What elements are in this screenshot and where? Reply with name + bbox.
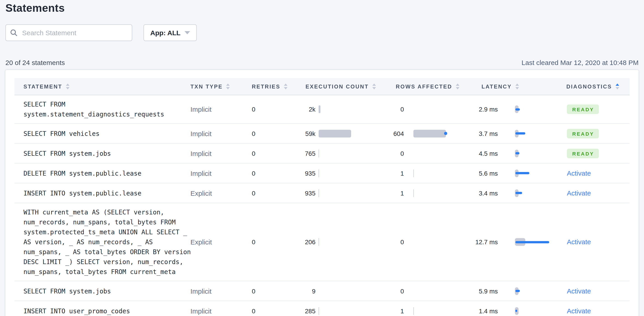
- latency-value: 12.7 ms: [457, 238, 498, 246]
- table-row: DELETE FROM system.public.lease Implicit…: [14, 164, 630, 183]
- execution-count-bar: [318, 130, 351, 137]
- statement-text[interactable]: WITH current_meta AS (SELECT version, nu…: [24, 207, 191, 277]
- activate-diagnostics-link[interactable]: Activate: [567, 238, 591, 246]
- table-row: SELECT FROM vehicles Implicit 0 59k 604 …: [14, 124, 630, 144]
- retries-value: 0: [252, 307, 256, 314]
- sort-arrows-icon: [284, 84, 288, 90]
- execution-count-value: 59k: [276, 130, 316, 137]
- table-row: WITH current_meta AS (SELECT version, nu…: [14, 203, 630, 281]
- page-title: Statements: [6, 2, 65, 14]
- rows-affected-value: 1: [362, 189, 404, 196]
- column-header-label: LATENCY: [482, 83, 512, 90]
- column-header-label: STATEMENT: [24, 83, 62, 90]
- latency-bar: [516, 152, 520, 154]
- execution-count-bar: [318, 169, 319, 177]
- retries-value: 0: [252, 150, 256, 157]
- sort-arrows-icon: [372, 84, 376, 90]
- diagnostics-cell: READY: [567, 104, 599, 114]
- rows-affected-value: 0: [362, 150, 404, 157]
- latency-bar: [516, 192, 522, 194]
- retries-value: 0: [252, 130, 256, 137]
- rows-affected-bar: [414, 169, 414, 177]
- table-row: SELECT FROM system.jobs Implicit 0 765 0…: [14, 144, 630, 164]
- search-input[interactable]: [21, 28, 127, 37]
- rows-affected-value: 0: [362, 106, 404, 113]
- chevron-down-icon: [184, 31, 190, 34]
- sort-arrows-icon: [226, 84, 230, 90]
- activate-diagnostics-link[interactable]: Activate: [567, 189, 591, 196]
- column-header-label: EXECUTION COUNT: [306, 83, 369, 90]
- column-header-label: DIAGNOSTICS: [566, 83, 612, 90]
- txn-type-value: Implicit: [190, 307, 212, 315]
- execution-count-value: 285: [276, 307, 316, 314]
- column-header-label: TXN TYPE: [190, 83, 223, 90]
- retries-value: 0: [252, 106, 256, 113]
- rows-affected-bar: [414, 307, 414, 315]
- diagnostics-cell: Activate: [567, 287, 591, 295]
- diagnostics-ready-badge: READY: [567, 148, 599, 158]
- latency-value: 3.7 ms: [457, 130, 498, 137]
- column-header-latency[interactable]: LATENCY: [482, 83, 519, 90]
- execution-count-value: 2k: [276, 106, 316, 113]
- execution-count-value: 9: [276, 287, 316, 294]
- app-filter-button[interactable]: App: ALL: [144, 24, 197, 41]
- column-header-label: ROWS AFFECTED: [396, 83, 452, 90]
- last-cleared-text: Last cleared Mar 12, 2020 at 10:48 PM: [522, 59, 638, 66]
- column-header-txn-type[interactable]: TXN TYPE: [190, 83, 230, 90]
- column-header-statement[interactable]: STATEMENT: [24, 83, 70, 90]
- execution-count-value: 935: [276, 189, 316, 196]
- statement-text[interactable]: DELETE FROM system.public.lease: [24, 168, 191, 178]
- diagnostics-cell: Activate: [567, 189, 591, 197]
- statement-text[interactable]: SELECT FROM system.statement_diagnostics…: [24, 99, 191, 119]
- txn-type-value: Implicit: [190, 106, 212, 113]
- rows-affected-value: 1: [362, 307, 404, 314]
- rows-affected-value: 0: [362, 287, 404, 294]
- table-row: INSERT INTO system.public.lease Explicit…: [14, 183, 630, 203]
- diagnostics-cell: Activate: [567, 307, 591, 315]
- table-header-row: STATEMENTTXN TYPERETRIESEXECUTION COUNTR…: [14, 78, 630, 95]
- txn-type-value: Implicit: [190, 150, 212, 157]
- execution-count-value: 935: [276, 170, 316, 177]
- latency-bar: [516, 241, 549, 243]
- rows-affected-value: 604: [362, 130, 404, 137]
- sort-arrows-icon: [516, 84, 519, 90]
- statement-text[interactable]: SELECT FROM system.jobs: [24, 286, 191, 296]
- bar-dot: [444, 132, 447, 135]
- latency-value: 4.5 ms: [457, 150, 498, 157]
- txn-type-value: Implicit: [190, 287, 212, 295]
- latency-bar: [516, 108, 520, 110]
- search-box[interactable]: [6, 24, 132, 41]
- sort-arrows-icon: [66, 84, 70, 90]
- retries-value: 0: [252, 189, 256, 196]
- statement-text[interactable]: SELECT FROM vehicles: [24, 128, 191, 138]
- table-row: SELECT FROM system.jobs Implicit 0 9 0 5…: [14, 281, 630, 301]
- rows-affected-value: 0: [362, 238, 404, 246]
- rows-affected-value: 1: [362, 170, 404, 177]
- statement-text[interactable]: SELECT FROM system.jobs: [24, 148, 191, 158]
- execution-count-bar: [318, 307, 319, 315]
- latency-value: 1.4 ms: [457, 307, 498, 314]
- latency-bar: [516, 172, 529, 174]
- table-row: SELECT FROM system.statement_diagnostics…: [14, 95, 630, 124]
- execution-count-value: 765: [276, 150, 316, 157]
- statement-count-summary: 20 of 24 statements: [6, 59, 65, 66]
- column-header-diagnostics[interactable]: DIAGNOSTICS: [566, 83, 619, 90]
- execution-count-value: 206: [276, 238, 316, 246]
- statement-text[interactable]: INSERT INTO user_promo_codes: [24, 306, 191, 316]
- diagnostics-cell: Activate: [567, 238, 591, 246]
- sort-arrows-icon: [456, 84, 460, 90]
- column-header-rows-affected[interactable]: ROWS AFFECTED: [396, 83, 460, 90]
- app-filter-label: App: ALL: [150, 29, 180, 36]
- column-header-label: RETRIES: [252, 83, 280, 90]
- execution-count-bar: [318, 189, 319, 197]
- activate-diagnostics-link[interactable]: Activate: [567, 287, 591, 294]
- latency-bar: [516, 310, 517, 312]
- statements-table-card: STATEMENTTXN TYPERETRIESEXECUTION COUNTR…: [6, 70, 638, 316]
- column-header-execution-count[interactable]: EXECUTION COUNT: [306, 83, 376, 90]
- activate-diagnostics-link[interactable]: Activate: [567, 169, 591, 177]
- txn-type-value: Implicit: [190, 130, 212, 137]
- activate-diagnostics-link[interactable]: Activate: [567, 307, 591, 314]
- statement-text[interactable]: INSERT INTO system.public.lease: [24, 188, 191, 198]
- latency-bar: [516, 290, 520, 292]
- column-header-retries[interactable]: RETRIES: [252, 83, 288, 90]
